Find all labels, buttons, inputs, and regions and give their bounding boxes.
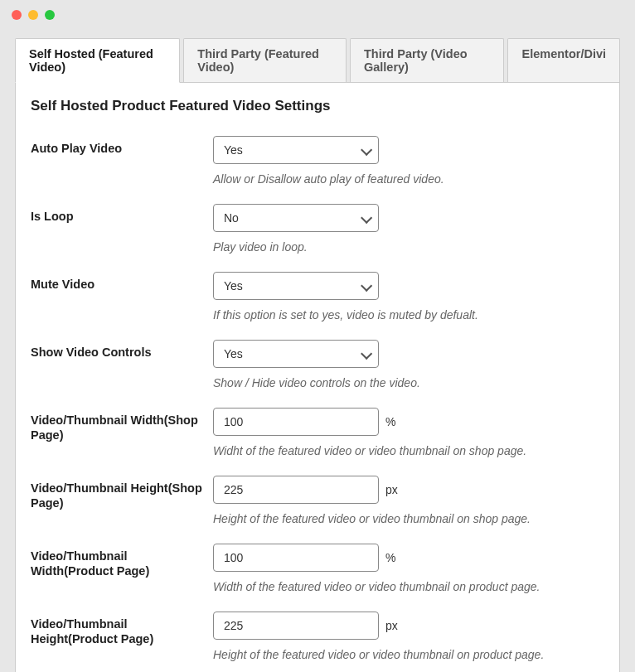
hint-autoplay: Allow or Disallow auto play of featured … [213, 172, 604, 186]
select-loop[interactable]: No [213, 204, 379, 232]
row-product-height: Video/Thumbnail Height(Product Page) px … [31, 598, 604, 666]
hint-product-height: Height of the featured video or video th… [213, 648, 604, 661]
input-shop-width[interactable] [213, 408, 379, 436]
unit-product-width: % [385, 551, 395, 564]
unit-product-height: px [385, 619, 398, 632]
page-title: Self Hosted Product Featured Video Setti… [31, 98, 604, 114]
unit-shop-height: px [385, 483, 398, 496]
minimize-icon[interactable] [28, 10, 38, 20]
row-product-width: Video/Thumbnail Width(Product Page) % Wi… [31, 530, 604, 598]
row-shop-height: Video/Thumbnail Height(Shop Page) px Hei… [31, 462, 604, 530]
label-product-width: Video/Thumbnail Width(Product Page) [31, 549, 149, 578]
tab-third-party-featured[interactable]: Third Party (Featured Video) [183, 38, 347, 83]
tab-self-hosted-featured[interactable]: Self Hosted (Featured Video) [15, 38, 180, 83]
hint-product-width: Width of the featured video or video thu… [213, 580, 604, 593]
input-shop-height[interactable] [213, 476, 379, 504]
maximize-icon[interactable] [45, 10, 55, 20]
hint-shop-width: Widht of the featured video or video thu… [213, 444, 604, 457]
row-controls: Show Video Controls Yes Show / Hide vide… [31, 326, 604, 394]
unit-shop-width: % [385, 415, 395, 428]
label-shop-width: Video/Thumbnail Width(Shop Page) [31, 413, 198, 442]
tab-third-party-gallery[interactable]: Third Party (Video Gallery) [350, 38, 505, 83]
label-loop: Is Loop [31, 210, 74, 223]
hint-mute: If this option is set to yes, video is m… [213, 308, 604, 321]
window-titlebar [0, 0, 635, 30]
hint-controls: Show / Hide video controls on the video. [213, 376, 604, 389]
hint-loop: Play video in loop. [213, 240, 604, 254]
row-autoplay: Auto Play Video Yes Allow or Disallow au… [31, 123, 604, 191]
row-loop: Is Loop No Play video in loop. [31, 191, 604, 259]
label-product-height: Video/Thumbnail Height(Product Page) [31, 617, 153, 645]
input-product-height[interactable] [213, 612, 379, 640]
select-mute[interactable]: Yes [213, 272, 379, 300]
select-controls[interactable]: Yes [213, 340, 379, 368]
settings-window: Self Hosted (Featured Video) Third Party… [0, 0, 635, 672]
label-shop-height: Video/Thumbnail Height(Shop Page) [31, 481, 202, 510]
close-icon[interactable] [12, 10, 22, 20]
label-autoplay: Auto Play Video [31, 142, 122, 155]
row-mute: Mute Video Yes If this option is set to … [31, 259, 604, 326]
tab-bar: Self Hosted (Featured Video) Third Party… [15, 38, 620, 83]
hint-shop-height: Height of the featured video or video th… [213, 512, 604, 525]
input-product-width[interactable] [213, 544, 379, 572]
row-shop-width: Video/Thumbnail Width(Shop Page) % Widht… [31, 394, 604, 462]
label-controls: Show Video Controls [31, 346, 152, 359]
label-mute: Mute Video [31, 278, 95, 291]
tab-elementor-divi[interactable]: Elementor/Divi [507, 38, 620, 83]
settings-panel: Self Hosted Product Featured Video Setti… [15, 82, 620, 672]
select-autoplay[interactable]: Yes [213, 136, 379, 164]
